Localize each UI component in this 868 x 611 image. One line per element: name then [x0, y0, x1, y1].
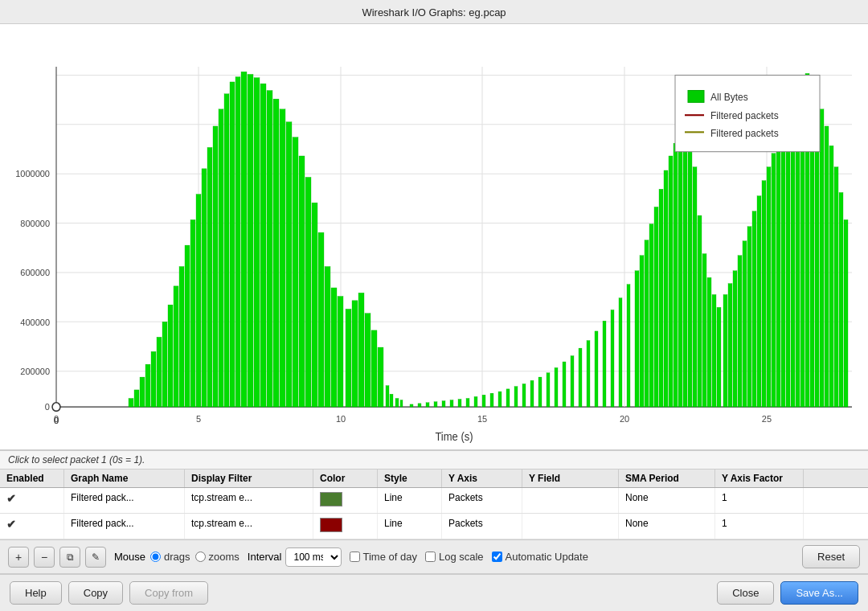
row1-style: Line: [378, 488, 442, 513]
interval-group: Interval 100 ms 10 ms 1 s: [248, 547, 342, 567]
save-as-button[interactable]: Save As...: [780, 581, 858, 605]
svg-rect-50: [241, 72, 247, 407]
remove-button[interactable]: −: [34, 547, 55, 568]
svg-rect-82: [458, 400, 461, 408]
svg-rect-122: [723, 294, 727, 407]
svg-rect-121: [717, 307, 721, 407]
checkmark-icon: ✔: [6, 492, 16, 505]
svg-rect-48: [230, 82, 235, 407]
add-button[interactable]: +: [8, 547, 29, 568]
row2-style: Line: [378, 514, 442, 539]
auto-update-group: Automatic Update: [492, 551, 588, 563]
checkmark-icon: ✔: [6, 518, 16, 531]
col-enabled: Enabled: [0, 470, 64, 487]
auto-update-label: Automatic Update: [506, 551, 588, 563]
svg-rect-104: [635, 271, 639, 407]
svg-rect-85: [482, 395, 485, 407]
svg-rect-86: [490, 393, 493, 407]
svg-rect-70: [371, 330, 377, 407]
svg-rect-35: [157, 337, 162, 407]
row2-graph-name: Filtered pack...: [64, 514, 185, 539]
row2-y-axis: Packets: [442, 514, 522, 539]
row1-enabled: ✔: [0, 488, 64, 513]
svg-rect-120: [712, 294, 716, 407]
svg-rect-36: [162, 322, 167, 407]
svg-rect-63: [325, 267, 330, 408]
drags-label: drags: [164, 551, 190, 563]
time-of-day-label: Time of day: [363, 551, 417, 563]
svg-text:25: 25: [762, 414, 772, 424]
svg-rect-49: [235, 77, 240, 408]
svg-rect-42: [196, 195, 201, 408]
svg-text:20: 20: [620, 414, 629, 424]
table-row[interactable]: ✔ Filtered pack... tcp.stream e... Line …: [0, 488, 868, 514]
svg-rect-135: [786, 117, 790, 407]
svg-rect-67: [352, 301, 358, 407]
svg-rect-129: [757, 196, 761, 407]
svg-rect-69: [365, 314, 371, 407]
svg-rect-64: [331, 288, 337, 407]
svg-text:5: 5: [196, 414, 201, 424]
help-button[interactable]: Help: [10, 581, 62, 605]
svg-rect-103: [627, 285, 630, 407]
svg-rect-61: [312, 203, 317, 407]
svg-rect-114: [683, 125, 687, 407]
reset-button[interactable]: Reset: [802, 545, 860, 568]
interval-select[interactable]: 100 ms 10 ms 1 s: [285, 547, 342, 567]
svg-rect-62: [318, 232, 324, 407]
svg-rect-51: [248, 74, 253, 407]
col-y-axis: Y Axis: [442, 470, 522, 487]
svg-rect-99: [595, 331, 598, 407]
col-sma-period: SMA Period: [619, 470, 715, 487]
auto-update-checkbox[interactable]: [492, 552, 502, 562]
svg-rect-127: [747, 227, 751, 407]
svg-rect-105: [640, 256, 644, 407]
status-bar: Click to select packet 1 (0s = 1).: [0, 450, 868, 470]
svg-rect-102: [619, 298, 622, 407]
svg-rect-78: [426, 403, 429, 407]
col-style: Style: [378, 470, 442, 487]
table-header: Enabled Graph Name Display Filter Color …: [0, 470, 868, 488]
col-y-field: Y Field: [522, 470, 619, 487]
time-of-day-checkbox[interactable]: [350, 552, 360, 562]
svg-rect-40: [185, 245, 190, 407]
copy-button-small[interactable]: ⧉: [59, 547, 80, 568]
svg-rect-71: [378, 347, 383, 407]
svg-text:10: 10: [336, 414, 346, 424]
svg-rect-34: [151, 351, 156, 407]
svg-rect-68: [358, 293, 364, 407]
window-title: Wireshark I/O Graphs: eg.pcap: [362, 6, 506, 18]
svg-rect-44: [207, 147, 212, 407]
edit-button[interactable]: ✎: [85, 547, 106, 568]
svg-rect-79: [434, 402, 437, 407]
svg-rect-97: [579, 348, 582, 407]
row1-color: [313, 488, 378, 513]
svg-rect-147: [844, 219, 848, 407]
color-swatch[interactable]: [320, 492, 342, 506]
row1-y-axis-factor: 1: [715, 488, 804, 513]
drags-radio[interactable]: [150, 552, 161, 562]
row2-color: [313, 514, 378, 539]
svg-rect-131: [767, 167, 771, 407]
close-button[interactable]: Close: [717, 581, 774, 605]
color-swatch-2[interactable]: [320, 518, 342, 532]
copy-from-button[interactable]: Copy from: [129, 581, 208, 605]
svg-text:0: 0: [45, 402, 50, 412]
title-bar: Wireshark I/O Graphs: eg.pcap: [0, 0, 868, 24]
row1-graph-name: Filtered pack...: [64, 488, 185, 513]
table-row[interactable]: ✔ Filtered pack... tcp.stream e... Line …: [0, 514, 868, 539]
svg-rect-55: [273, 99, 279, 407]
svg-rect-93: [547, 373, 550, 407]
svg-rect-46: [219, 109, 223, 407]
row1-y-axis: Packets: [442, 488, 522, 513]
svg-rect-53: [260, 84, 266, 407]
row2-display-filter: tcp.stream e...: [185, 514, 313, 539]
svg-rect-39: [179, 267, 184, 408]
svg-rect-109: [659, 189, 663, 407]
svg-rect-30: [129, 399, 133, 408]
zooms-radio[interactable]: [195, 552, 206, 562]
log-scale-checkbox[interactable]: [425, 552, 436, 562]
copy-button[interactable]: Copy: [68, 581, 123, 605]
svg-text:Filtered packets: Filtered packets: [710, 127, 779, 138]
row1-y-field: [522, 488, 619, 513]
